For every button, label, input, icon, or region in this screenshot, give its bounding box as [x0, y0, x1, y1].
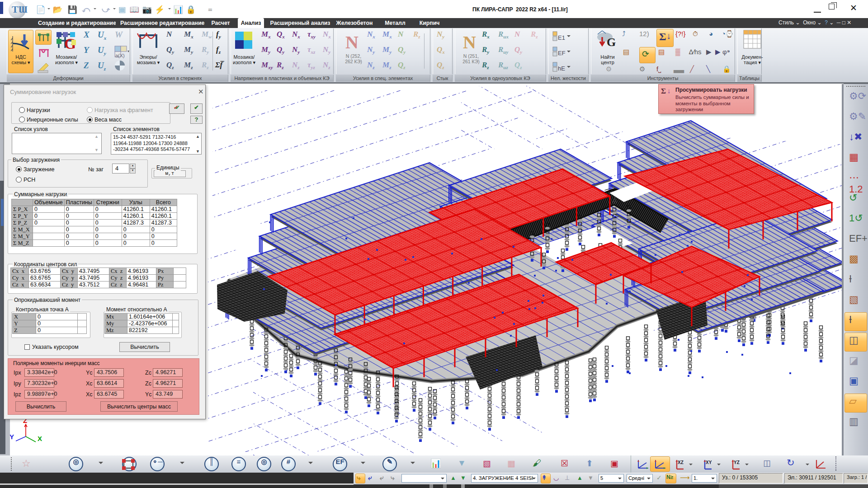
svg-text:G: G: [607, 36, 616, 49]
svg-text:EF: EF: [558, 50, 566, 56]
svg-text:X: X: [38, 435, 42, 442]
svg-text:Y: Y: [10, 433, 14, 441]
svg-text:a(X): a(X): [115, 53, 125, 58]
svg-text:E1: E1: [558, 34, 565, 41]
svg-text:hE: hE: [558, 65, 565, 72]
